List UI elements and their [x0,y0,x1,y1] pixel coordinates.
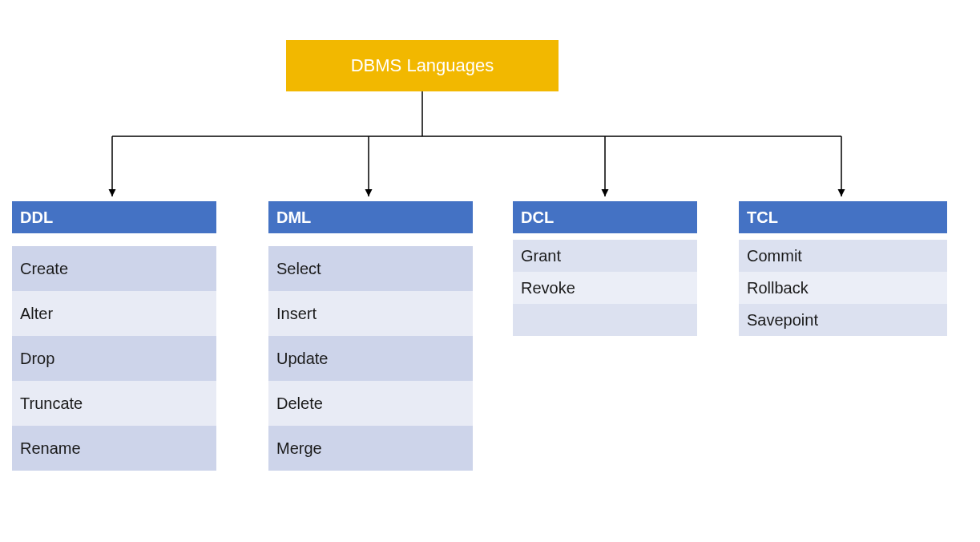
category-label: DDL [20,208,53,227]
list-item: Savepoint [739,304,947,336]
list-item: Revoke [513,272,697,304]
list-item: Alter [12,291,216,336]
category-dml: DML Select Insert Update Delete Merge [268,201,473,471]
list-item: Truncate [12,381,216,426]
category-ddl: DDL Create Alter Drop Truncate Rename [12,201,216,471]
category-label: DCL [521,208,554,227]
list-item: Delete [268,381,473,426]
category-header-dcl: DCL [513,201,697,233]
category-tcl: TCL Commit Rollback Savepoint [739,201,947,336]
root-node: DBMS Languages [286,40,559,91]
list-item: Insert [268,291,473,336]
category-header-ddl: DDL [12,201,216,233]
category-body-tcl: Commit Rollback Savepoint [739,240,947,336]
category-body-ddl: Create Alter Drop Truncate Rename [12,246,216,471]
list-item: Merge [268,426,473,471]
category-body-dcl: Grant Revoke [513,240,697,336]
list-item: Rollback [739,272,947,304]
category-dcl: DCL Grant Revoke [513,201,697,336]
list-item: Drop [12,336,216,381]
root-title: DBMS Languages [351,55,494,76]
list-item: Rename [12,426,216,471]
category-header-dml: DML [268,201,473,233]
category-header-tcl: TCL [739,201,947,233]
list-item: Update [268,336,473,381]
list-item: Create [12,246,216,291]
list-item: Select [268,246,473,291]
list-item: Commit [739,240,947,272]
list-item: Grant [513,240,697,272]
category-body-dml: Select Insert Update Delete Merge [268,246,473,471]
list-item [513,304,697,336]
category-label: DML [276,208,311,227]
category-label: TCL [747,208,778,227]
